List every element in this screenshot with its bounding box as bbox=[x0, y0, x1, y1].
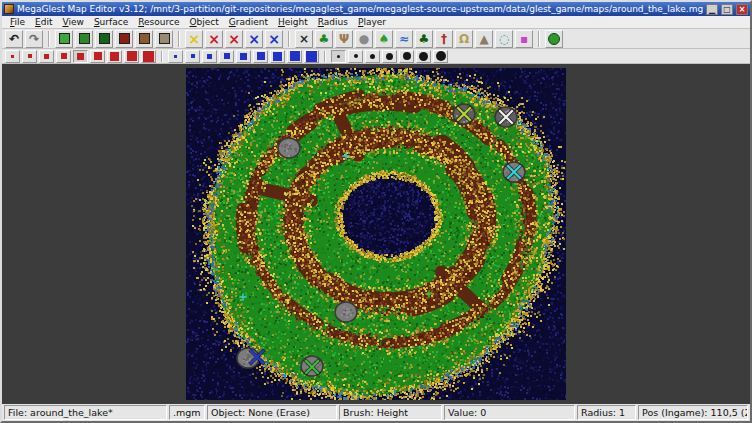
radius-icon bbox=[386, 53, 393, 60]
surface-road-button[interactable] bbox=[115, 30, 133, 48]
menu-item-radius[interactable]: Radius bbox=[313, 16, 353, 29]
object-stone-button[interactable]: ● bbox=[355, 30, 373, 48]
surface-grass-button[interactable] bbox=[55, 30, 73, 48]
toolbar-main: ↶↷××××××♣Ψ●♠≈♣†Ω▲◌▪ bbox=[2, 29, 750, 49]
resource-custom-2-button[interactable]: × bbox=[245, 30, 263, 48]
menu-item-gradient[interactable]: Gradient bbox=[224, 16, 273, 29]
object-bush-button[interactable]: ♠ bbox=[375, 30, 393, 48]
toolbar-separator bbox=[538, 31, 540, 47]
menu-item-edit[interactable]: Edit bbox=[30, 16, 57, 29]
gradient-brush--4-button[interactable] bbox=[168, 50, 183, 63]
undo-button[interactable]: ↶ bbox=[5, 30, 23, 48]
gradient-brush-icon bbox=[224, 53, 230, 59]
gradient-brush-2-button[interactable] bbox=[270, 50, 285, 63]
gradient-brush-0-button[interactable] bbox=[236, 50, 251, 63]
height-brush-icon bbox=[77, 53, 84, 60]
title-bar: MegaGlest Map Editor v3.12; /mnt/3-parti… bbox=[2, 2, 750, 16]
resource-custom-1-button[interactable]: × bbox=[225, 30, 243, 48]
redo-button[interactable]: ↷ bbox=[25, 30, 43, 48]
object-dead-tree-button[interactable]: Ψ bbox=[335, 30, 353, 48]
resource-custom-3-button[interactable]: × bbox=[265, 30, 283, 48]
app-icon bbox=[4, 4, 14, 14]
surface-dark-grass-button[interactable] bbox=[95, 30, 113, 48]
height-brush--2-button[interactable] bbox=[39, 50, 54, 63]
glyph-icon: ● bbox=[359, 33, 369, 45]
gradient-brush-icon bbox=[306, 51, 317, 62]
minimize-button[interactable]: ▁ bbox=[706, 4, 718, 15]
object-statue-button[interactable]: Ω bbox=[455, 30, 473, 48]
radius-6-button[interactable] bbox=[416, 50, 431, 63]
status-file: File: around_the_lake* bbox=[4, 405, 167, 420]
gradient-brush-icon bbox=[174, 55, 177, 58]
object-tree-button[interactable]: ♣ bbox=[315, 30, 333, 48]
height-brush-icon bbox=[61, 53, 67, 59]
gradient-brush-1-button[interactable] bbox=[253, 50, 268, 63]
menu-item-height[interactable]: Height bbox=[273, 16, 313, 29]
radius-2-button[interactable] bbox=[348, 50, 363, 63]
object-custom-magenta-button[interactable]: ▪ bbox=[515, 30, 533, 48]
gradient-brush-3-button[interactable] bbox=[287, 50, 302, 63]
height-brush-0-button[interactable] bbox=[73, 50, 88, 63]
status-pos: Pos (Ingame): 110,5 (220,10) bbox=[638, 405, 748, 420]
status-ext: .mgm bbox=[169, 405, 205, 420]
surface-ground-button[interactable] bbox=[155, 30, 173, 48]
glyph-icon: ◌ bbox=[499, 33, 509, 45]
menu-item-surface[interactable]: Surface bbox=[89, 16, 133, 29]
menu-item-object[interactable]: Object bbox=[184, 16, 223, 29]
resource-gold-button[interactable]: × bbox=[185, 30, 203, 48]
object-none-erase-button[interactable]: × bbox=[295, 30, 313, 48]
radius-7-button[interactable] bbox=[433, 50, 448, 63]
radius-4-button[interactable] bbox=[382, 50, 397, 63]
height-brush-4-button[interactable] bbox=[141, 50, 156, 63]
gradient-brush--3-button[interactable] bbox=[185, 50, 200, 63]
glyph-icon: ♣ bbox=[319, 33, 330, 45]
height-brush--1-button[interactable] bbox=[56, 50, 71, 63]
object-water-object-button[interactable]: ≈ bbox=[395, 30, 413, 48]
object-invisible-blocking-button[interactable]: ◌ bbox=[495, 30, 513, 48]
radius-5-button[interactable] bbox=[399, 50, 414, 63]
glyph-icon: ▪ bbox=[520, 33, 528, 45]
gradient-brush--1-button[interactable] bbox=[219, 50, 234, 63]
surface-secondary-grass-button[interactable] bbox=[75, 30, 93, 48]
menu-bar: FileEditViewSurfaceResourceObjectGradien… bbox=[2, 16, 750, 29]
gradient-brush--2-button[interactable] bbox=[202, 50, 217, 63]
menu-item-player[interactable]: Player bbox=[353, 16, 391, 29]
height-brush-icon bbox=[44, 54, 49, 59]
height-brush-2-button[interactable] bbox=[107, 50, 122, 63]
radius-1-button[interactable] bbox=[331, 50, 346, 63]
start-location-button[interactable] bbox=[545, 30, 563, 48]
gradient-brush-4-button[interactable] bbox=[304, 50, 319, 63]
menu-item-view[interactable]: View bbox=[58, 16, 89, 29]
maximize-button[interactable]: □ bbox=[721, 4, 733, 15]
radius-3-button[interactable] bbox=[365, 50, 380, 63]
glyph-icon: Ψ bbox=[339, 33, 349, 45]
object-hanged-dead-button[interactable]: † bbox=[435, 30, 453, 48]
glyph-icon: ≈ bbox=[399, 33, 409, 45]
menu-item-resource[interactable]: Resource bbox=[133, 16, 184, 29]
height-brush-3-button[interactable] bbox=[124, 50, 139, 63]
resource-stone-button[interactable]: × bbox=[205, 30, 223, 48]
glyph-icon: ↷ bbox=[29, 33, 39, 45]
height-brush--4-button[interactable] bbox=[5, 50, 20, 63]
radius-icon bbox=[403, 52, 411, 60]
menu-item-file[interactable]: File bbox=[5, 16, 30, 29]
height-brush--3-button[interactable] bbox=[22, 50, 37, 63]
surface-stone-button[interactable] bbox=[135, 30, 153, 48]
glyph-icon: × bbox=[228, 32, 240, 46]
map-area bbox=[2, 64, 750, 404]
height-brush-1-button[interactable] bbox=[90, 50, 105, 63]
map-canvas[interactable] bbox=[186, 68, 566, 400]
close-button[interactable]: × bbox=[736, 4, 748, 15]
glyph-icon: × bbox=[188, 32, 200, 46]
status-radius: Radius: 1 bbox=[577, 405, 636, 420]
height-brush-icon bbox=[110, 52, 119, 61]
gradient-brush-icon bbox=[290, 51, 300, 61]
glyph-icon: × bbox=[208, 32, 220, 46]
object-mountain-button[interactable]: ▲ bbox=[475, 30, 493, 48]
radius-icon bbox=[354, 54, 358, 58]
object-big-tree-button[interactable]: ♣ bbox=[415, 30, 433, 48]
radius-icon bbox=[337, 55, 340, 58]
toolbar-separator bbox=[324, 51, 326, 62]
radius-icon bbox=[436, 51, 446, 61]
glyph-icon: † bbox=[441, 33, 447, 45]
